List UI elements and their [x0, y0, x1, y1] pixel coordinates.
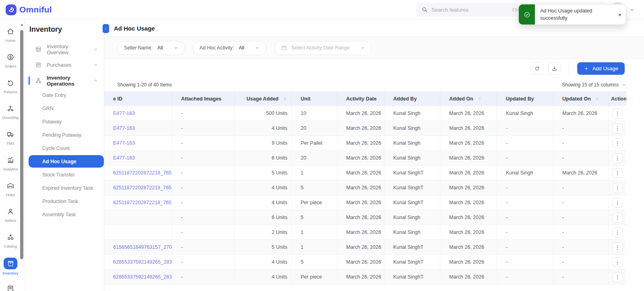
sidebar-subitem-assembly-task[interactable]: Assembly Task: [25, 208, 104, 221]
table-cell: 500 Units: [235, 106, 292, 121]
table-row: -2 Units1March 26, 2026Kunal SinghMarch …: [104, 225, 626, 240]
table-cell: Kunal Singh: [384, 225, 440, 240]
row-actions-button[interactable]: ⋮: [613, 153, 623, 163]
usage-id-cell[interactable]: 62511872202872218_765: [104, 166, 172, 180]
search-input[interactable]: Search features Ctrl/: [417, 3, 529, 16]
row-actions-button[interactable]: ⋮: [613, 272, 623, 282]
scroll-up-arrow[interactable]: ▲: [20, 23, 24, 27]
add-usage-button[interactable]: Add Usage: [577, 62, 625, 75]
toast-close-button[interactable]: ×: [614, 4, 626, 25]
sort-icon[interactable]: [594, 96, 600, 101]
table-cell: March 26, 2026: [440, 166, 497, 180]
usage-id-cell[interactable]: E477-163: [104, 106, 172, 121]
nav-item-home[interactable]: Home: [0, 26, 21, 44]
table-cell: March 26, 2026: [440, 255, 497, 269]
sidebar-subitem-expired-inventory-task[interactable]: Expired Inventory Task: [25, 181, 104, 195]
nav-item-omniship[interactable]: OmniShip: [0, 103, 21, 121]
nav-item-analytics[interactable]: Analytics: [0, 155, 21, 172]
row-actions-button[interactable]: ⋮: [613, 198, 623, 208]
column-header-action: Action: [609, 91, 626, 106]
row-actions-button[interactable]: ⋮: [613, 138, 623, 148]
table-row: 62855337592149265_283-4 Units5March 26, …: [104, 255, 626, 270]
sidebar-subitem-grn[interactable]: GRN: [25, 102, 104, 115]
usage-id-cell[interactable]: E477-163: [104, 121, 172, 135]
nav-item-returns[interactable]: Returns: [0, 78, 21, 95]
column-header-e-id: e ID: [104, 91, 172, 106]
nav-item-hubs[interactable]: Hubs: [0, 180, 21, 198]
hubs-icon: [5, 180, 16, 191]
table-cell: March 26, 2026: [337, 270, 384, 284]
sort-icon[interactable]: [477, 96, 482, 101]
filter-ad-hoc-activity[interactable]: Ad Hoc Activity:All: [193, 41, 266, 55]
sidebar-subitem-production-task[interactable]: Production Task: [25, 195, 104, 208]
secondary-sidebar: Inventory Inventory OverviewPurchasesInv…: [25, 20, 104, 291]
sidebar-subitem-putaway[interactable]: Putaway: [25, 115, 104, 128]
brand-logo[interactable]: Omniful: [6, 4, 52, 15]
table-cell: 5: [292, 255, 337, 269]
row-actions-button[interactable]: ⋮: [613, 227, 623, 238]
nav-item-tms[interactable]: TMS: [0, 129, 21, 147]
nav-item-label: Home: [5, 38, 15, 43]
sidebar-item-inventory-operations[interactable]: Inventory Operations: [25, 73, 104, 88]
sidebar-item-label: Inventory Overview: [47, 43, 88, 55]
nav-item-more[interactable]: [0, 283, 21, 291]
usage-id-cell[interactable]: 62855337592149265_283: [104, 270, 172, 284]
nav-scrollbar[interactable]: ▲: [20, 23, 24, 288]
usage-id-cell[interactable]: E477-163: [104, 151, 172, 165]
sidebar-subitem-pending-putaway[interactable]: Pending Putaway: [25, 128, 104, 141]
usage-id-cell[interactable]: 61565651649763157_270: [104, 240, 172, 254]
usage-id-cell[interactable]: 62511872202872218_765: [104, 180, 172, 195]
download-button[interactable]: [548, 62, 561, 75]
nav-item-label: OmniShip: [2, 115, 19, 120]
scrollbar-thumb[interactable]: [20, 30, 23, 259]
table-cell: -: [553, 270, 609, 284]
nav-item-catalog[interactable]: Catalog: [0, 232, 21, 250]
sidebar-item-inventory-overview[interactable]: Inventory Overview: [25, 41, 104, 57]
sidebar-subitem-gate-entry[interactable]: Gate Entry: [25, 88, 104, 102]
table-cell: 4 Units: [235, 195, 292, 210]
table-cell: -: [497, 180, 553, 195]
table-cell: -: [553, 136, 609, 150]
sort-icon[interactable]: [282, 96, 287, 101]
row-actions-button[interactable]: ⋮: [613, 213, 623, 223]
row-actions-button[interactable]: ⋮: [613, 242, 623, 252]
sidebar-collapse-button[interactable]: [103, 24, 109, 33]
column-header-usage-added[interactable]: Usage Added: [235, 91, 292, 106]
table-cell: -: [553, 225, 609, 240]
refresh-button[interactable]: [531, 62, 543, 75]
nav-item-label: Inventory: [2, 271, 18, 275]
column-header-added-on[interactable]: Added On: [440, 91, 497, 106]
nav-item-sellers[interactable]: Sellers: [0, 206, 21, 224]
row-actions-button[interactable]: ⋮: [613, 168, 623, 178]
usage-id-cell[interactable]: 62855337592149265_283: [104, 255, 172, 269]
table-cell: March 26, 2026: [337, 121, 384, 135]
sidebar-item-purchases[interactable]: Purchases: [25, 57, 104, 73]
column-visibility-toggle[interactable]: Showing 15 of 15 columns: [562, 82, 626, 88]
row-actions-button[interactable]: ⋮: [613, 183, 623, 193]
sidebar-subitem-stock-transfer[interactable]: Stock Transfer: [25, 168, 104, 181]
filter-bar: Seller Name:AllAd Hoc Activity:AllSelect…: [104, 37, 644, 59]
row-actions-button[interactable]: ⋮: [613, 257, 623, 267]
table-cell: Kunal Singh: [384, 151, 440, 165]
nav-item-orders[interactable]: Orders: [0, 52, 21, 70]
table-row: 62511872202872218_765-5 Units1March 26, …: [104, 166, 626, 180]
table-cell: -: [497, 136, 553, 150]
nav-item-inventory[interactable]: Inventory: [0, 258, 21, 275]
column-header-updated-by: Updated By: [497, 91, 553, 106]
table-cell: 5 Units: [235, 240, 292, 254]
usage-id-cell[interactable]: 62511872202872218_765: [104, 195, 172, 210]
table-cell: 1: [292, 240, 337, 254]
sidebar-subitem-ad-hoc-usage[interactable]: Ad Hoc Usage: [29, 155, 104, 168]
filter-date-range[interactable]: Select Activity Date Range: [274, 41, 372, 55]
filter-seller-name[interactable]: Seller Name:All: [117, 41, 185, 55]
sidebar-subitem-cycle-count[interactable]: Cycle Count: [25, 141, 104, 155]
row-actions-button[interactable]: ⋮: [613, 123, 623, 133]
page-title: Ad Hoc Usage: [114, 25, 155, 32]
table-cell: March 26, 2026: [440, 195, 497, 210]
column-header-updated-on[interactable]: Updated On: [553, 91, 609, 106]
table-cell: March 26, 2026: [440, 210, 497, 225]
table-cell: Kunal Singh: [384, 136, 440, 150]
usage-id-cell[interactable]: E477-163: [104, 136, 172, 150]
chevron-down-icon[interactable]: [629, 7, 635, 13]
row-actions-button[interactable]: ⋮: [613, 109, 623, 119]
